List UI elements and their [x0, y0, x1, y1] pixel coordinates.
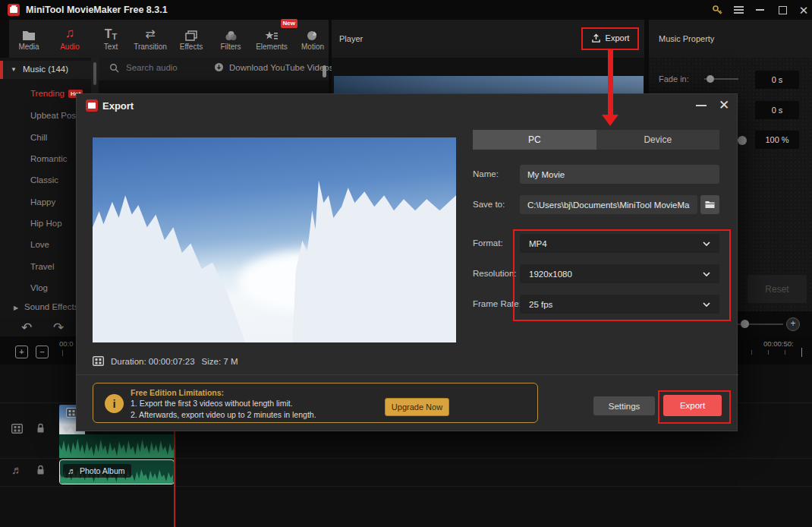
annotation-arrow-head — [602, 115, 618, 126]
fade-out-value: 0 s — [755, 101, 799, 119]
volume-slider-handle[interactable] — [738, 136, 747, 145]
scrollbar-thumb[interactable] — [93, 62, 96, 85]
app-title: MiniTool MovieMaker Free 8.3.1 — [26, 5, 168, 15]
player-export-button[interactable]: Export — [584, 30, 636, 46]
frame-rate-select[interactable]: 25 fps — [520, 295, 719, 314]
save-path-input[interactable] — [520, 195, 697, 214]
audio-panel-scrollthumb[interactable] — [323, 65, 326, 77]
dialog-close-button[interactable]: ✕ — [719, 97, 729, 113]
sidebar-item-travel[interactable]: Travel — [30, 262, 55, 271]
tab-transition[interactable]: ⇄ Transition — [131, 23, 170, 51]
audio-search-bar: Download YouTube Videos — [99, 58, 329, 80]
sidebar-item-love[interactable]: Love — [30, 240, 49, 249]
export-target-tabs: PC Device — [473, 130, 719, 150]
tab-media[interactable]: Media — [9, 23, 49, 51]
redo-icon[interactable]: ↷ — [53, 320, 64, 336]
sidebar-item-romantic[interactable]: Romantic — [30, 154, 68, 163]
video-preview — [93, 137, 456, 342]
tab-audio[interactable]: ♫ Audio — [50, 23, 90, 51]
resolution-label: Resolution: — [473, 269, 517, 278]
expand-triangle-icon: ▶ — [14, 305, 18, 311]
text-icon: TT — [91, 23, 131, 41]
undo-icon[interactable]: ↶ — [21, 320, 32, 336]
title-bar: MiniTool MovieMaker Free 8.3.1 ✕ — [0, 0, 812, 20]
maximize-button[interactable] — [773, 0, 792, 20]
sidebar-item-upbeat[interactable]: Upbeat Positi — [30, 111, 82, 120]
sidebar-item-vlog[interactable]: Vlog — [30, 283, 48, 292]
search-input[interactable] — [124, 62, 211, 73]
limitation-line-1: 1. Export the first 3 videos without len… — [131, 399, 293, 408]
minimize-button[interactable] — [750, 0, 770, 20]
timeline-zoom-strip: + — [729, 311, 812, 336]
name-input[interactable] — [520, 165, 719, 184]
fade-in-slider-handle[interactable] — [707, 75, 714, 83]
note-icon: ♬ — [68, 466, 76, 475]
size-text: Size: 7 M — [202, 357, 238, 366]
playhead[interactable] — [174, 431, 175, 527]
app-window: MiniTool MovieMaker Free 8.3.1 ✕ Media ♫… — [0, 0, 812, 527]
dialog-export-button[interactable]: Export — [663, 395, 722, 416]
timeline-zoom-handle[interactable] — [741, 320, 749, 328]
tab-device[interactable]: Device — [596, 130, 720, 150]
zoom-to-fit-icon[interactable]: + — [15, 346, 28, 358]
settings-button[interactable]: Settings — [593, 396, 655, 415]
sidebar-item-happy[interactable]: Happy — [30, 197, 55, 207]
music-property-header: Music Property — [649, 20, 812, 58]
tab-effects[interactable]: Effects — [172, 23, 211, 51]
video-track-icon — [11, 424, 23, 434]
music-header[interactable]: ▼ Music (144) — [0, 61, 91, 79]
download-youtube-link[interactable]: Download YouTube Videos — [214, 62, 333, 72]
zoom-in-button[interactable]: + — [786, 317, 800, 331]
chevron-down-icon — [703, 241, 710, 246]
name-label: Name: — [473, 169, 499, 178]
player-viewport — [332, 58, 644, 93]
collapse-triangle-icon: ▼ — [11, 66, 17, 73]
license-key-icon[interactable] — [707, 0, 727, 20]
dialog-minimize-button[interactable] — [696, 105, 707, 106]
reset-button[interactable]: Reset — [747, 275, 807, 303]
ruler-time-left: 00:0 — [59, 339, 74, 348]
tab-filters[interactable]: Filters — [211, 23, 250, 51]
dialog-logo-icon — [86, 99, 98, 112]
dialog-title: Export — [102, 100, 134, 112]
resolution-select[interactable]: 1920x1080 — [520, 264, 719, 283]
sidebar-item-classic[interactable]: Classic — [30, 175, 58, 185]
film-icon — [93, 356, 104, 366]
motion-icon — [293, 23, 332, 41]
player-title: Player — [339, 34, 363, 43]
export-dialog: Export ✕ PC Device Name: Save to: Format… — [76, 93, 738, 431]
music-track-icon: ♬ — [11, 463, 23, 476]
free-edition-box: i Free Edition Limitations: 1. Export th… — [93, 383, 538, 423]
sidebar-item-chill[interactable]: Chill — [30, 133, 47, 142]
folder-icon — [705, 200, 715, 209]
music-track-lock-icon[interactable] — [36, 465, 46, 475]
tab-elements[interactable]: Elements New — [252, 23, 291, 51]
dialog-divider — [77, 374, 738, 375]
video-preview-strip — [334, 76, 644, 93]
limitations-title: Free Edition Limitations: — [131, 388, 224, 397]
upgrade-now-button[interactable]: Upgrade Now — [385, 398, 449, 416]
format-select[interactable]: MP4 — [520, 234, 719, 253]
frame-rate-label: Frame Rate: — [473, 299, 521, 308]
sidebar-item-hiphop[interactable]: Hip Hop — [30, 219, 62, 228]
video-track-lock-icon[interactable] — [36, 423, 46, 434]
close-button[interactable]: ✕ — [794, 0, 812, 20]
transition-arrows-icon: ⇄ — [131, 23, 170, 41]
browse-folder-button[interactable] — [700, 195, 719, 214]
tab-motion[interactable]: Motion — [293, 23, 332, 51]
video-clip-waveform — [59, 434, 175, 458]
audio-clip[interactable]: ♬ Photo Album — [59, 459, 175, 484]
menu-icon[interactable] — [729, 0, 748, 20]
format-label: Format: — [473, 238, 503, 248]
media-folder-icon — [9, 23, 49, 41]
main-toolbar: Media ♫ Audio TT Text ⇄ Transition Effec… — [9, 20, 329, 58]
zoom-out-track-icon[interactable]: – — [36, 346, 49, 358]
sidebar-item-trending[interactable]: TrendingHot — [30, 89, 83, 98]
annotation-arrow-shaft — [608, 50, 613, 115]
tab-text[interactable]: TT Text — [91, 23, 131, 51]
limitation-line-2: 2. Afterwards, export video up to 2 minu… — [131, 410, 316, 419]
chevron-down-icon — [703, 272, 710, 276]
sidebar-item-sound-effects[interactable]: Sound Effects ( — [24, 302, 83, 311]
duration-row: Duration: 00:00:07:23 Size: 7 M — [93, 356, 238, 366]
tab-pc[interactable]: PC — [473, 130, 596, 150]
